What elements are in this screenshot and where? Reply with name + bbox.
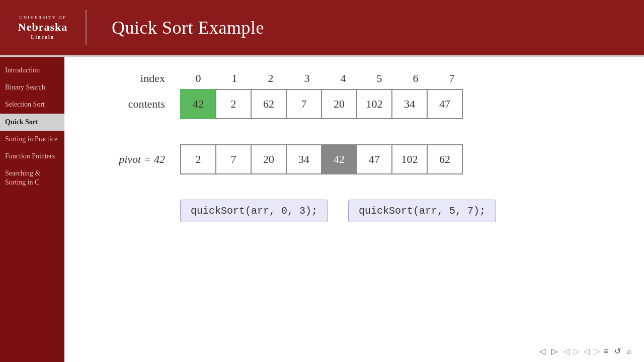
sorted-cell-3: 34 (286, 144, 322, 174)
sidebar-item-binary-search[interactable]: Binary Search (0, 79, 64, 96)
sidebar: Introduction Binary Search Selection Sor… (0, 57, 64, 362)
sorted-cell-5: 47 (356, 144, 392, 174)
code-right: quickSort(arr, 5, 7); (348, 200, 496, 222)
cell-4: 20 (321, 89, 357, 119)
sorted-cell-4: 42 (321, 144, 357, 174)
idx-1: 1 (216, 72, 253, 85)
nav-menu-button[interactable]: ≡ (602, 346, 610, 357)
sidebar-item-searching-sorting-c[interactable]: Searching & Sorting in C (0, 165, 64, 191)
cell-1: 2 (215, 89, 252, 119)
cell-3: 7 (286, 89, 322, 119)
cell-0: 42 (180, 89, 216, 119)
index-label: index (95, 72, 180, 85)
index-label-row: index 0 1 2 3 4 5 6 7 (95, 72, 614, 85)
cell-6: 34 (391, 89, 428, 119)
nav-fullscreen-button[interactable]: ↺ (612, 345, 623, 357)
code-left: quickSort(arr, 0, 3); (180, 200, 328, 222)
original-array: 42 2 62 7 20 102 34 47 (180, 89, 463, 119)
index-values: 0 1 2 3 4 5 6 7 (180, 72, 470, 85)
nebraska-text: Nebraska (18, 21, 67, 34)
cell-2: 62 (251, 89, 287, 119)
cell-7: 47 (427, 89, 463, 119)
nav-first-button[interactable]: ◁ (537, 345, 547, 357)
sorted-array: 2 7 20 34 42 47 102 62 (180, 144, 463, 174)
idx-5: 5 (361, 72, 397, 85)
nav-footer: ◁ ▷ ◁ ▷ ◁ ▷ ≡ ↺ ⌕ (537, 345, 634, 357)
idx-7: 7 (434, 72, 470, 85)
contents-label: contents (95, 98, 180, 111)
sidebar-item-quick-sort[interactable]: Quick Sort (0, 114, 64, 131)
sorted-cell-7: 62 (427, 144, 463, 174)
logo: UNIVERSITY OF Nebraska Lincoln (15, 15, 70, 40)
idx-3: 3 (289, 72, 325, 85)
sidebar-item-function-pointers[interactable]: Function Pointers (0, 148, 64, 165)
code-section: quickSort(arr, 0, 3); quickSort(arr, 5, … (180, 200, 614, 222)
pivot-row: pivot = 42 2 7 20 34 42 47 102 62 (95, 144, 614, 174)
sorted-cell-2: 20 (251, 144, 287, 174)
sidebar-item-selection-sort[interactable]: Selection Sort (0, 96, 64, 113)
sidebar-item-sorting-practice[interactable]: Sorting in Practice (0, 131, 64, 148)
pivot-label: pivot = 42 (95, 153, 180, 166)
body-area: Introduction Binary Search Selection Sor… (0, 57, 644, 362)
idx-0: 0 (180, 72, 216, 85)
header-divider (86, 10, 87, 45)
idx-2: 2 (253, 72, 289, 85)
sorted-cell-1: 7 (215, 144, 252, 174)
idx-6: 6 (397, 72, 434, 85)
main-content: 0 1 2 3 4 5 6 7 index 0 1 2 3 4 5 6 (64, 57, 644, 362)
cell-5: 102 (356, 89, 392, 119)
contents-row: contents 42 2 62 7 20 102 34 47 (95, 89, 614, 119)
lincoln-text: Lincoln (18, 34, 67, 40)
idx-4: 4 (325, 72, 361, 85)
university-line: UNIVERSITY OF (18, 15, 67, 21)
sorted-cell-0: 2 (180, 144, 216, 174)
nav-prev-button[interactable]: ▷ (549, 345, 559, 357)
nav-search-button[interactable]: ⌕ (625, 346, 634, 357)
header: UNIVERSITY OF Nebraska Lincoln Quick Sor… (0, 0, 644, 55)
sidebar-item-introduction[interactable]: Introduction (0, 62, 64, 79)
page-title: Quick Sort Example (112, 17, 264, 38)
sorted-cell-6: 102 (391, 144, 428, 174)
